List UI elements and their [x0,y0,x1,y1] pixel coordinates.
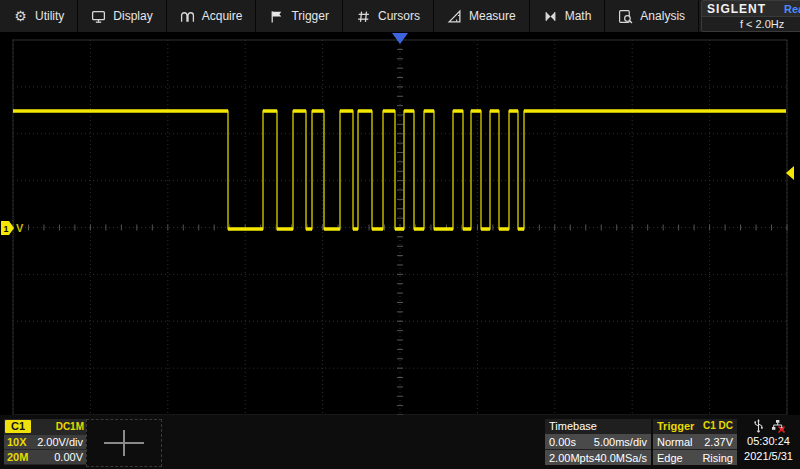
waveform-display[interactable]: 1V [0,32,800,415]
bandwidth-limit: 20M [7,451,28,463]
menu-item-label: Acquire [202,9,243,23]
memory-depth: 2.00Mpts [549,452,594,464]
menu-item-label: Analysis [640,9,685,23]
measure-icon [447,9,462,24]
siglent-logo: SIGLENT [707,2,766,16]
add-channel-placeholder[interactable] [86,419,162,467]
add-channel-cross-icon [104,430,144,456]
cursors-icon [356,9,371,24]
vertical-scale: 2.00V/div [37,436,83,448]
descriptor-bar: C1 DC1M 10X 2.00V/div 20M 0.00V Timebase… [0,415,800,469]
monitor-icon [91,9,106,24]
gear-icon: ⚙ [13,9,28,24]
trigger-descriptor-box[interactable]: Trigger C1 DC Normal 2.37V Edge Rising [653,419,737,465]
menu-bar: ⚙ Utility Display Acquire Trigger Curs [0,0,800,32]
timebase-descriptor-box[interactable]: Timebase 0.00s 5.00ms/div 2.00Mpts 40.0M… [545,419,651,465]
probe-attenuation: 10X [7,436,27,448]
timebase-title: Timebase [549,419,597,433]
menu-item-analysis[interactable]: Analysis [605,0,699,32]
freq-counter-readout: f < 2.0Hz [702,16,800,31]
channel-coupling: DC1M [56,421,84,432]
menu-item-measure[interactable]: Measure [434,0,530,32]
menu-item-label: Display [113,9,152,23]
system-date: 2021/5/31 [739,449,798,464]
menu-item-trigger[interactable]: Trigger [256,0,343,32]
oscilloscope-screen: ⚙ Utility Display Acquire Trigger Curs [0,0,800,469]
menu-item-label: Math [565,9,592,23]
svg-text:1: 1 [4,224,9,234]
timebase-scale: 5.00ms/div [594,436,647,448]
freq-counter-panel: SIGLENT Ready f < 2.0Hz [701,0,800,32]
trigger-title: Trigger [657,419,694,433]
system-status-box[interactable]: 05:30:24 2021/5/31 [739,419,798,465]
trigger-source-coupling: C1 DC [703,419,733,433]
analysis-icon [618,9,633,24]
timebase-delay: 0.00s [549,436,576,448]
menu-item-math[interactable]: Math [530,0,606,32]
svg-text:V: V [16,222,24,234]
usb-icon [753,419,764,435]
menu-item-cursors[interactable]: Cursors [343,0,434,32]
menu-item-label: Trigger [291,9,329,23]
trigger-type: Edge [657,452,683,464]
status-cluster: SIGLENT Ready f < 2.0Hz TRIGGER [699,0,800,32]
trigger-level: 2.37V [704,436,733,448]
acquisition-status-badge: Ready [784,3,800,15]
trigger-slope: Rising [702,452,733,464]
acquire-waveform-icon [180,9,195,24]
flag-icon [269,9,284,24]
lan-disconnected-icon [771,419,785,435]
channel-descriptor-box[interactable]: C1 DC1M 10X 2.00V/div 20M 0.00V [4,419,86,465]
trigger-mode: Normal [657,436,692,448]
menu-item-utility[interactable]: ⚙ Utility [0,0,78,32]
channel-badge: C1 [5,420,31,433]
system-time: 05:30:24 [739,434,798,449]
menu-item-label: Utility [35,9,64,23]
math-icon [543,9,558,24]
channel-offset: 0.00V [54,451,83,463]
sample-rate: 40.0MSa/s [594,452,647,464]
menu-item-display[interactable]: Display [78,0,166,32]
menu-item-label: Measure [469,9,516,23]
menu-item-label: Cursors [378,9,420,23]
scope-graticule-and-waveform: 1V [0,32,800,415]
menu-item-acquire[interactable]: Acquire [167,0,257,32]
